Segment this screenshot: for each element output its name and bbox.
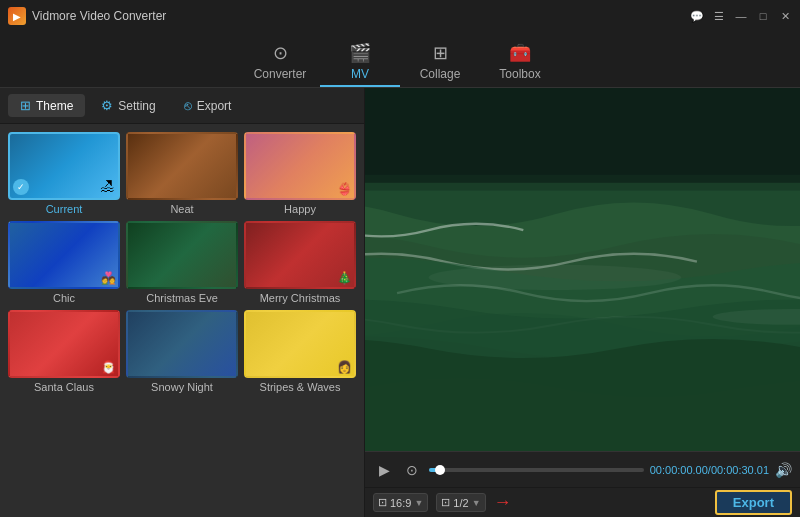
theme-chic[interactable]: Chic <box>8 221 120 304</box>
theme-snowy-night-label: Snowy Night <box>151 381 213 393</box>
progress-handle[interactable] <box>435 465 445 475</box>
sub-tab-setting[interactable]: ⚙ Setting <box>89 94 167 117</box>
title-bar-controls: 💬 ☰ — □ ✕ <box>690 9 792 23</box>
menu-button[interactable]: ☰ <box>712 9 726 23</box>
tab-toolbox[interactable]: 🧰 Toolbox <box>480 37 560 87</box>
stop-button[interactable]: ⊙ <box>401 459 423 481</box>
theme-neat[interactable]: Neat <box>126 132 238 215</box>
time-display: 00:00:00.00/00:00:30.01 <box>650 464 769 476</box>
aspect-ratio-value: 16:9 <box>390 497 411 509</box>
res-chevron-icon: ▼ <box>472 498 481 508</box>
tab-toolbox-label: Toolbox <box>499 67 540 81</box>
theme-check-current: ✓ <box>13 179 29 195</box>
svg-point-2 <box>429 265 682 290</box>
collage-icon: ⊞ <box>433 42 448 64</box>
sub-tab-setting-label: Setting <box>118 99 155 113</box>
theme-current[interactable]: ✓ Current <box>8 132 120 215</box>
main-content: ⊞ Theme ⚙ Setting ⎋ Export ✓ Current <box>0 88 800 517</box>
progress-bar[interactable] <box>429 468 644 472</box>
theme-grid: ✓ Current Neat Happy Chic C <box>0 124 364 517</box>
theme-merry-christmas-label: Merry Christmas <box>260 292 341 304</box>
tab-converter[interactable]: ⊙ Converter <box>240 37 320 87</box>
sub-tab-export[interactable]: ⎋ Export <box>172 94 244 117</box>
theme-snowy-night[interactable]: Snowy Night <box>126 310 238 393</box>
maximize-button[interactable]: □ <box>756 9 770 23</box>
app-title: Vidmore Video Converter <box>32 9 166 23</box>
theme-chic-label: Chic <box>53 292 75 304</box>
sub-tab-theme-label: Theme <box>36 99 73 113</box>
export-arrow-indicator: → <box>494 492 512 513</box>
svg-rect-5 <box>365 175 800 191</box>
mv-icon: 🎬 <box>349 42 371 64</box>
theme-current-label: Current <box>46 203 83 215</box>
app-icon: ▶ <box>8 7 26 25</box>
theme-neat-label: Neat <box>170 203 193 215</box>
sub-tab-export-label: Export <box>197 99 232 113</box>
resolution-icon: ⊡ <box>441 496 450 509</box>
resolution-value: 1/2 <box>453 497 468 509</box>
video-controls: ▶ ⊙ 00:00:00.00/00:00:30.01 🔊 <box>365 451 800 487</box>
aspect-ratio-select[interactable]: ⊡ 16:9 ▼ <box>373 493 428 512</box>
left-panel: ⊞ Theme ⚙ Setting ⎋ Export ✓ Current <box>0 88 365 517</box>
converter-icon: ⊙ <box>273 42 288 64</box>
minimize-button[interactable]: — <box>734 9 748 23</box>
theme-santa-claus[interactable]: Santa Claus <box>8 310 120 393</box>
theme-happy-label: Happy <box>284 203 316 215</box>
ratio-icon: ⊡ <box>378 496 387 509</box>
sub-tab-theme[interactable]: ⊞ Theme <box>8 94 85 117</box>
tab-converter-label: Converter <box>254 67 307 81</box>
export-arrow-icon: ⎋ <box>184 98 192 113</box>
tab-collage-label: Collage <box>420 67 461 81</box>
close-button[interactable]: ✕ <box>778 9 792 23</box>
tab-mv-label: MV <box>351 67 369 81</box>
play-button[interactable]: ▶ <box>373 459 395 481</box>
title-bar-left: ▶ Vidmore Video Converter <box>8 7 166 25</box>
chat-button[interactable]: 💬 <box>690 9 704 23</box>
right-panel: ▶ ⊙ 00:00:00.00/00:00:30.01 🔊 ⊡ 16:9 ▼ ⊡… <box>365 88 800 517</box>
theme-christmas-eve[interactable]: Christmas Eve <box>126 221 238 304</box>
bottom-controls: ⊡ 16:9 ▼ ⊡ 1/2 ▼ → Export <box>365 487 800 517</box>
setting-gear-icon: ⚙ <box>101 98 113 113</box>
title-bar: ▶ Vidmore Video Converter 💬 ☰ — □ ✕ <box>0 0 800 32</box>
sub-tabs: ⊞ Theme ⚙ Setting ⎋ Export <box>0 88 364 124</box>
export-button-container: Export <box>715 490 792 515</box>
resolution-select[interactable]: ⊡ 1/2 ▼ <box>436 493 485 512</box>
volume-icon[interactable]: 🔊 <box>775 462 792 478</box>
toolbox-icon: 🧰 <box>509 42 531 64</box>
theme-christmas-eve-label: Christmas Eve <box>146 292 218 304</box>
ratio-chevron-icon: ▼ <box>414 498 423 508</box>
theme-happy[interactable]: Happy <box>244 132 356 215</box>
video-preview <box>365 88 800 451</box>
svg-rect-4 <box>365 88 800 183</box>
theme-grid-icon: ⊞ <box>20 98 31 113</box>
nav-tabs: ⊙ Converter 🎬 MV ⊞ Collage 🧰 Toolbox <box>0 32 800 88</box>
theme-merry-christmas[interactable]: Merry Christmas <box>244 221 356 304</box>
theme-santa-claus-label: Santa Claus <box>34 381 94 393</box>
export-button[interactable]: Export <box>715 490 792 515</box>
tab-mv[interactable]: 🎬 MV <box>320 37 400 87</box>
tab-collage[interactable]: ⊞ Collage <box>400 37 480 87</box>
theme-stripes-waves-label: Stripes & Waves <box>260 381 341 393</box>
theme-stripes-waves[interactable]: Stripes & Waves <box>244 310 356 393</box>
